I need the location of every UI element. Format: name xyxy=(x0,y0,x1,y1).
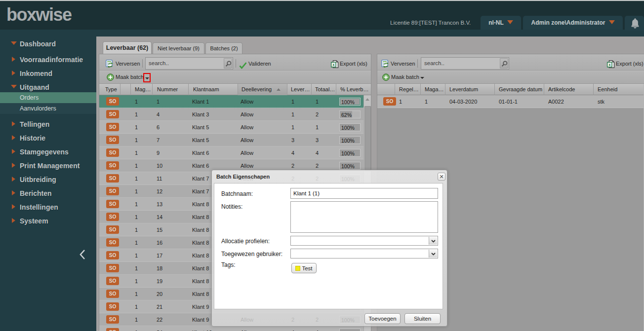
svg-text:x: x xyxy=(332,62,335,67)
svg-text:x: x xyxy=(608,62,611,67)
